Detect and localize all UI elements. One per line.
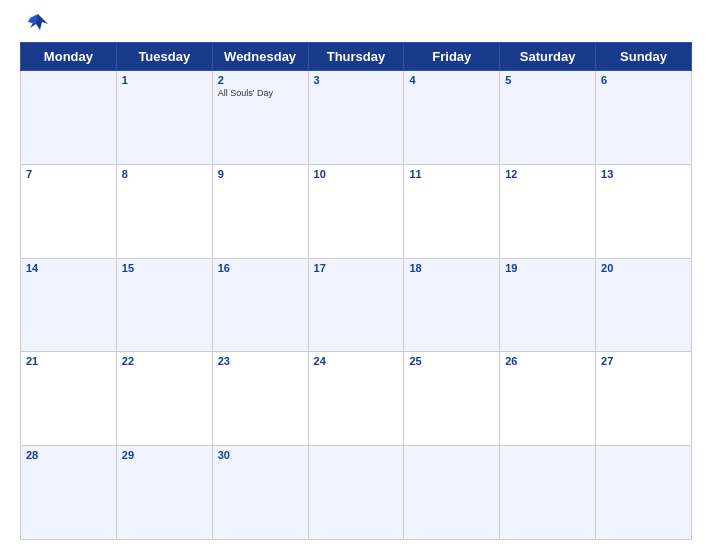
- day-number: 20: [601, 262, 686, 274]
- calendar-cell: 3: [308, 71, 404, 165]
- day-number: 4: [409, 74, 494, 86]
- logo-area: [20, 10, 56, 38]
- calendar-week-5: 282930: [21, 446, 692, 540]
- weekday-header-friday: Friday: [404, 43, 500, 71]
- weekday-header-tuesday: Tuesday: [116, 43, 212, 71]
- day-number: 11: [409, 168, 494, 180]
- day-number: 28: [26, 449, 111, 461]
- day-number: 30: [218, 449, 303, 461]
- calendar-cell: 2All Souls' Day: [212, 71, 308, 165]
- calendar-table: MondayTuesdayWednesdayThursdayFridaySatu…: [20, 42, 692, 540]
- day-number: 13: [601, 168, 686, 180]
- calendar-cell: 27: [596, 352, 692, 446]
- calendar-cell: 4: [404, 71, 500, 165]
- day-number: 29: [122, 449, 207, 461]
- calendar-cell: 5: [500, 71, 596, 165]
- day-number: 16: [218, 262, 303, 274]
- calendar-cell: 18: [404, 258, 500, 352]
- day-number: 18: [409, 262, 494, 274]
- calendar-cell: [500, 446, 596, 540]
- day-number: 25: [409, 355, 494, 367]
- day-number: 8: [122, 168, 207, 180]
- calendar-cell: 13: [596, 164, 692, 258]
- weekday-header-thursday: Thursday: [308, 43, 404, 71]
- day-number: 7: [26, 168, 111, 180]
- day-number: 24: [314, 355, 399, 367]
- calendar-cell: 30: [212, 446, 308, 540]
- day-number: 12: [505, 168, 590, 180]
- logo-icon: [20, 10, 56, 38]
- calendar-cell: [596, 446, 692, 540]
- day-number: 1: [122, 74, 207, 86]
- calendar-cell: 22: [116, 352, 212, 446]
- calendar-cell: 11: [404, 164, 500, 258]
- day-number: 6: [601, 74, 686, 86]
- calendar-cell: 23: [212, 352, 308, 446]
- calendar-cell: 26: [500, 352, 596, 446]
- calendar-cell: 25: [404, 352, 500, 446]
- day-number: 22: [122, 355, 207, 367]
- calendar-cell: 21: [21, 352, 117, 446]
- weekday-header-row: MondayTuesdayWednesdayThursdayFridaySatu…: [21, 43, 692, 71]
- calendar-cell: 12: [500, 164, 596, 258]
- calendar-cell: 15: [116, 258, 212, 352]
- day-number: 2: [218, 74, 303, 86]
- day-number: 17: [314, 262, 399, 274]
- calendar-cell: 8: [116, 164, 212, 258]
- day-number: 21: [26, 355, 111, 367]
- calendar-cell: [404, 446, 500, 540]
- calendar-cell: 10: [308, 164, 404, 258]
- weekday-header-monday: Monday: [21, 43, 117, 71]
- day-number: 14: [26, 262, 111, 274]
- calendar-cell: 1: [116, 71, 212, 165]
- day-number: 3: [314, 74, 399, 86]
- day-number: 23: [218, 355, 303, 367]
- calendar-cell: 7: [21, 164, 117, 258]
- holiday-name: All Souls' Day: [218, 88, 303, 98]
- calendar-cell: [308, 446, 404, 540]
- day-number: 9: [218, 168, 303, 180]
- calendar-cell: 17: [308, 258, 404, 352]
- calendar-week-2: 78910111213: [21, 164, 692, 258]
- day-number: 27: [601, 355, 686, 367]
- day-number: 10: [314, 168, 399, 180]
- calendar-cell: 9: [212, 164, 308, 258]
- calendar-cell: 28: [21, 446, 117, 540]
- calendar-cell: 16: [212, 258, 308, 352]
- calendar-week-4: 21222324252627: [21, 352, 692, 446]
- calendar-cell: 20: [596, 258, 692, 352]
- calendar-cell: 24: [308, 352, 404, 446]
- day-number: 26: [505, 355, 590, 367]
- calendar-cell: 29: [116, 446, 212, 540]
- day-number: 15: [122, 262, 207, 274]
- calendar-week-1: 12All Souls' Day3456: [21, 71, 692, 165]
- calendar-cell: [21, 71, 117, 165]
- calendar-cell: 14: [21, 258, 117, 352]
- calendar-week-3: 14151617181920: [21, 258, 692, 352]
- calendar-cell: 19: [500, 258, 596, 352]
- weekday-header-saturday: Saturday: [500, 43, 596, 71]
- day-number: 5: [505, 74, 590, 86]
- calendar-header: [20, 10, 692, 38]
- calendar-cell: 6: [596, 71, 692, 165]
- weekday-header-sunday: Sunday: [596, 43, 692, 71]
- day-number: 19: [505, 262, 590, 274]
- weekday-header-wednesday: Wednesday: [212, 43, 308, 71]
